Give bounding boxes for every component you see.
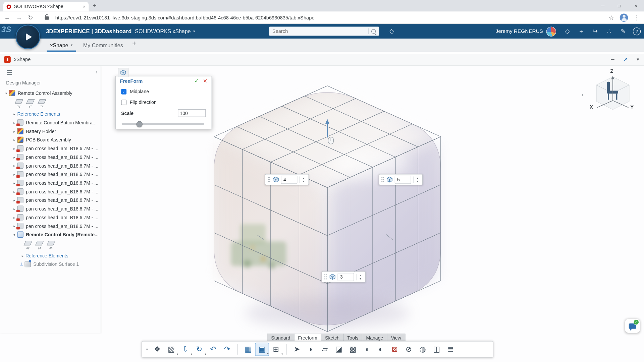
- lattice-mode-tool[interactable]: ⊞ ▾: [269, 343, 283, 356]
- scale-input[interactable]: [178, 109, 206, 117]
- insert-primitive-tool[interactable]: ❖ ▾: [150, 343, 164, 356]
- window-maximize-button[interactable]: □: [611, 0, 628, 11]
- expand-arrow-icon[interactable]: ▸: [11, 112, 17, 116]
- drag-grip-icon[interactable]: [381, 177, 384, 183]
- shell-tool[interactable]: ◐ ▾: [374, 343, 388, 356]
- triad-collapse-icon[interactable]: ‹: [582, 92, 583, 98]
- split-tool[interactable]: ⊘ ▾: [402, 343, 416, 356]
- stepper-down-icon[interactable]: ▾: [358, 277, 363, 280]
- tree-item[interactable]: ▸ pan cross head_am_B18.6.7M - ...: [0, 222, 101, 230]
- user-avatar[interactable]: [546, 27, 556, 37]
- crease-edge-tool[interactable]: ◗ ▾: [304, 343, 318, 356]
- midplane-option[interactable]: Midplane: [116, 86, 211, 97]
- expand-arrow-icon[interactable]: ▸: [11, 129, 17, 133]
- tree-item[interactable]: ▸ pan cross head_am_B18.6.7M - ...: [0, 187, 101, 196]
- checkbox[interactable]: [121, 89, 126, 94]
- tree-item-remote-control-body[interactable]: ▾ Remote Control Body (Remote...: [0, 230, 101, 239]
- back-button[interactable]: ←: [4, 14, 10, 21]
- dialog-confirm-button[interactable]: ✓: [194, 78, 199, 84]
- slider-knob[interactable]: [137, 121, 143, 127]
- workspace-tab-my-communities[interactable]: My Communities ▾: [83, 39, 123, 52]
- flip-direction-option[interactable]: Flip direction: [116, 97, 211, 108]
- plane-zx[interactable]: zx: [48, 241, 54, 249]
- toolbar-collapse-icon[interactable]: ▾: [144, 347, 151, 351]
- workspace-tab-xshape[interactable]: xShape ▾: [50, 39, 72, 52]
- tree-item[interactable]: ▸ pan cross head_am_B18.6.7M - ...: [0, 153, 101, 162]
- planes-row[interactable]: xy yz zx: [0, 97, 101, 110]
- browser-menu-icon[interactable]: ⋮: [634, 14, 640, 21]
- tree-item-remote-control-assembly[interactable]: ▾ Remote Control Assembly: [0, 88, 101, 97]
- thicken-tool[interactable]: ≣ ▾: [443, 343, 458, 356]
- dialog-cancel-button[interactable]: ✕: [203, 78, 207, 84]
- view-triad[interactable]: ‹ Z X Y: [584, 68, 641, 123]
- app-expand-button[interactable]: ↗: [624, 57, 628, 62]
- add-content-icon[interactable]: +: [577, 28, 585, 35]
- expand-arrow-icon[interactable]: ▾: [3, 91, 9, 95]
- new-tab-button[interactable]: +: [93, 2, 97, 10]
- plane-yz[interactable]: yz: [36, 241, 43, 249]
- search-tag-icon[interactable]: ◇: [389, 27, 394, 35]
- 3dexperience-compass-logo[interactable]: [16, 24, 40, 49]
- tree-item-button-membrane[interactable]: ▸ Remote Control Button Membra...: [0, 118, 101, 127]
- left-face-divisions-spinner[interactable]: 4 ▴ ▾: [265, 174, 309, 185]
- expand-arrow-icon[interactable]: ▾: [11, 233, 17, 237]
- forward-button[interactable]: →: [16, 14, 22, 21]
- user-name[interactable]: Jeremy REGNERUS: [496, 28, 543, 34]
- url-input[interactable]: [54, 14, 603, 21]
- expand-arrow-icon[interactable]: ▸: [20, 253, 25, 257]
- bookmark-star-icon[interactable]: ☆: [608, 14, 614, 21]
- tree-item-subdivision-surface-1[interactable]: ⊥ Subdivision Surface 1: [0, 260, 101, 268]
- division-count-field[interactable]: 5: [395, 175, 411, 183]
- box-mode-tool[interactable]: ▦ ▾: [241, 343, 255, 356]
- help-icon[interactable]: ?: [633, 27, 641, 35]
- plane-xy[interactable]: xy: [24, 241, 31, 249]
- tree-item-reference-elements[interactable]: ▸ Reference Elements: [0, 110, 101, 118]
- drag-grip-icon[interactable]: [267, 177, 271, 183]
- stepper-down-icon[interactable]: ▾: [301, 180, 307, 183]
- app-minimize-button[interactable]: ─: [611, 57, 614, 62]
- tool-button[interactable]: ▾: [237, 344, 238, 355]
- right-face-divisions-spinner[interactable]: 5 ▴ ▾: [379, 174, 423, 185]
- plane-zx[interactable]: zx: [39, 99, 45, 108]
- freeform-mode-tool[interactable]: ▣ ▾: [255, 343, 269, 356]
- compose-icon[interactable]: ✎: [619, 27, 627, 35]
- drag-grip-icon[interactable]: [324, 274, 327, 280]
- tab-close-icon[interactable]: ×: [83, 4, 86, 9]
- tree-item[interactable]: ▸ pan cross head_am_B18.6.7M - ...: [0, 213, 101, 222]
- tab-chevron-icon[interactable]: ▾: [71, 43, 73, 47]
- freeform-dialog-tab[interactable]: [118, 68, 128, 77]
- window-close-button[interactable]: ×: [628, 0, 644, 11]
- chat-widget-button[interactable]: ✓: [625, 319, 640, 333]
- cage-edit-tool[interactable]: ▩ ▾: [346, 343, 360, 356]
- add-workspace-tab-button[interactable]: +: [132, 40, 136, 47]
- tags-icon[interactable]: ◇: [563, 27, 571, 35]
- tree-item[interactable]: ▸ pan cross head_am_B18.6.7M - ...: [0, 204, 101, 213]
- division-count-field[interactable]: 3: [338, 273, 354, 281]
- delete-face-tool[interactable]: ⊠ ▾: [388, 343, 402, 356]
- tree-item[interactable]: ▸ pan cross head_am_B18.6.7M - ...: [0, 196, 101, 204]
- window-minimize-button[interactable]: ─: [595, 0, 611, 11]
- tree-item[interactable]: ▸ pan cross head_am_B18.6.7M - ...: [0, 179, 101, 187]
- weld-tool[interactable]: ◍ ▾: [416, 343, 430, 356]
- app-collapse-chevron[interactable]: ▾: [637, 57, 639, 62]
- search-input[interactable]: [269, 28, 368, 34]
- stepper-down-icon[interactable]: ▾: [415, 180, 420, 183]
- tree-item-battery-holder[interactable]: ▸ Battery Holder: [0, 127, 101, 135]
- plane-yz[interactable]: yz: [27, 99, 34, 108]
- undo-tool[interactable]: ↶ ▾: [206, 343, 220, 356]
- tool-button[interactable]: ▾: [286, 344, 286, 355]
- share-icon[interactable]: ↪: [591, 27, 599, 35]
- slider-track[interactable]: [121, 123, 204, 125]
- network-icon[interactable]: ∴: [605, 27, 613, 35]
- tree-item-pcb-board-assembly[interactable]: ▸ PCB Board Assembly: [0, 135, 101, 144]
- tree-item[interactable]: ▸ pan cross head_am_B18.6.7M - ...: [0, 161, 101, 170]
- tree-item[interactable]: ▸ pan cross head_am_B18.6.7M - ...: [0, 144, 101, 153]
- tree-item-reference-elements[interactable]: ▸ Reference Elements: [0, 251, 101, 260]
- tool-dropdown-caret-icon[interactable]: ▾: [267, 352, 269, 356]
- panel-collapse-icon[interactable]: ‹: [96, 69, 97, 75]
- planes-row[interactable]: xy yz zx: [0, 239, 101, 251]
- vertical-divisions-spinner[interactable]: 3 ▴ ▾: [322, 271, 366, 282]
- tree-item[interactable]: ▸ pan cross head_am_B18.6.7M - ...: [0, 170, 101, 179]
- division-count-field[interactable]: 4: [281, 175, 298, 183]
- mirror-tool[interactable]: ◫ ▾: [430, 343, 444, 356]
